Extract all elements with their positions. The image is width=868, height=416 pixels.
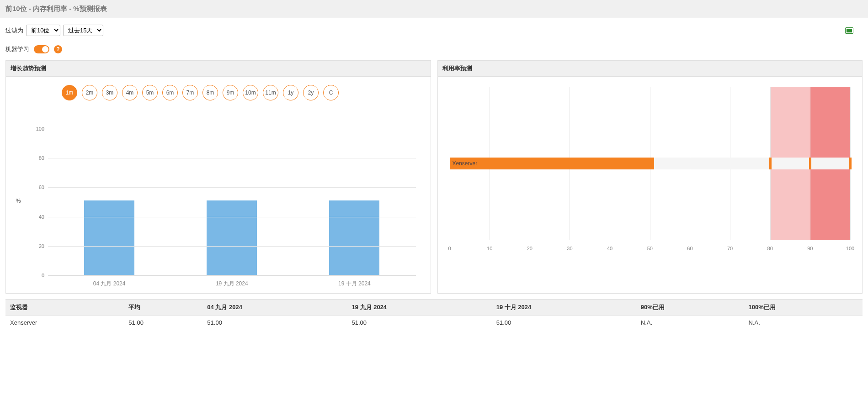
range-2y[interactable]: 2y (303, 85, 319, 100)
range-2m[interactable]: 2m (82, 85, 97, 100)
table-cell: Xenserver (5, 316, 124, 330)
threshold-mark (809, 158, 811, 169)
table-row[interactable]: Xenserver51.0051.0051.0051.00N.A.N.A. (5, 316, 863, 330)
table-cell: 51.00 (124, 316, 202, 330)
ml-label: 机器学习 (5, 45, 29, 53)
util-x-tick: 20 (527, 246, 533, 251)
gridline (48, 187, 416, 188)
table-header: 04 九月 2024 (202, 300, 347, 316)
gridline (48, 275, 416, 276)
range-separator (298, 93, 303, 93)
gridline (48, 158, 416, 158)
gridline (48, 129, 416, 129)
table-cell: N.A. (744, 316, 863, 330)
range-7m[interactable]: 7m (182, 85, 198, 100)
table-header: 监视器 (5, 300, 124, 316)
range-9m[interactable]: 9m (223, 85, 238, 100)
y-tick: 0 (30, 273, 44, 278)
range-separator (97, 93, 102, 93)
table-header: 100%已用 (744, 300, 863, 316)
range-separator (198, 93, 202, 93)
util-x-tick: 80 (767, 246, 773, 251)
table-cell: 51.00 (202, 316, 347, 330)
page-title: 前10位 - 内存利用率 - %预测报表 (0, 0, 868, 18)
table-header: 19 十月 2024 (492, 300, 636, 316)
util-x-tick: 30 (567, 246, 572, 251)
growth-panel: 增长趋势预测 1m2m3m4m5m6m7m8m9m10m11m1y2yC % 0… (5, 60, 431, 294)
range-separator (178, 93, 182, 93)
bar[interactable] (329, 200, 379, 275)
util-x-tick: 40 (607, 246, 612, 251)
bar[interactable] (84, 200, 134, 275)
range-separator (319, 93, 323, 93)
gridline (48, 217, 416, 217)
range-3m[interactable]: 3m (102, 85, 117, 100)
y-tick: 40 (30, 214, 44, 220)
x-tick: 04 九月 2024 (93, 280, 126, 288)
range-6m[interactable]: 6m (162, 85, 178, 100)
range-8m[interactable]: 8m (202, 85, 218, 100)
table-cell: 51.00 (492, 316, 636, 330)
range-separator (117, 93, 122, 93)
range-separator (138, 93, 142, 93)
range-separator (278, 93, 283, 93)
range-separator (77, 93, 82, 93)
y-tick: 20 (30, 243, 44, 249)
util-x-tick: 0 (448, 246, 451, 251)
y-axis-label: % (11, 114, 25, 288)
table-cell: 51.00 (347, 316, 492, 330)
util-x-tick: 90 (807, 246, 813, 251)
threshold-mark (849, 158, 852, 169)
ml-toggle[interactable] (34, 45, 49, 53)
table-header: 平均 (124, 300, 202, 316)
util-bar[interactable]: Xenserver (450, 158, 654, 169)
gridline (48, 246, 416, 247)
range-5m[interactable]: 5m (142, 85, 158, 100)
growth-panel-title: 增长趋势预测 (6, 61, 431, 77)
utilization-panel-title: 利用率预测 (438, 61, 863, 77)
table-header: 90%已用 (636, 300, 744, 316)
filter-label: 过滤为 (5, 26, 23, 35)
range-10m[interactable]: 10m (243, 85, 258, 100)
range-separator (218, 93, 223, 93)
range-separator (158, 93, 162, 93)
export-icon[interactable] (845, 27, 853, 34)
range-11m[interactable]: 11m (263, 85, 278, 100)
util-x-tick: 100 (846, 246, 854, 251)
range-C[interactable]: C (323, 85, 339, 100)
threshold-mark (769, 158, 772, 169)
help-icon[interactable]: ? (54, 45, 62, 53)
range-separator (238, 93, 243, 93)
filter-period-select[interactable]: 过去15天 (63, 25, 103, 36)
util-x-tick: 50 (647, 246, 653, 251)
x-tick: 19 九月 2024 (216, 280, 248, 288)
filter-top-select[interactable]: 前10位 (26, 25, 60, 36)
util-x-tick: 10 (487, 246, 492, 251)
y-tick: 80 (30, 155, 44, 161)
range-separator (258, 93, 263, 93)
y-tick: 100 (30, 126, 44, 132)
bar[interactable] (207, 200, 257, 275)
y-tick: 60 (30, 184, 44, 190)
table-header: 19 九月 2024 (347, 300, 492, 316)
data-table: 监视器平均04 九月 202419 九月 202419 十月 202490%已用… (5, 299, 863, 330)
range-1y[interactable]: 1y (283, 85, 298, 100)
util-x-tick: 60 (687, 246, 692, 251)
table-cell: N.A. (636, 316, 744, 330)
range-1m[interactable]: 1m (62, 85, 77, 100)
utilization-panel: 利用率预测 0102030405060708090100Xenserver (437, 60, 863, 294)
util-x-tick: 70 (727, 246, 733, 251)
x-tick: 19 十月 2024 (338, 280, 371, 288)
range-4m[interactable]: 4m (122, 85, 138, 100)
